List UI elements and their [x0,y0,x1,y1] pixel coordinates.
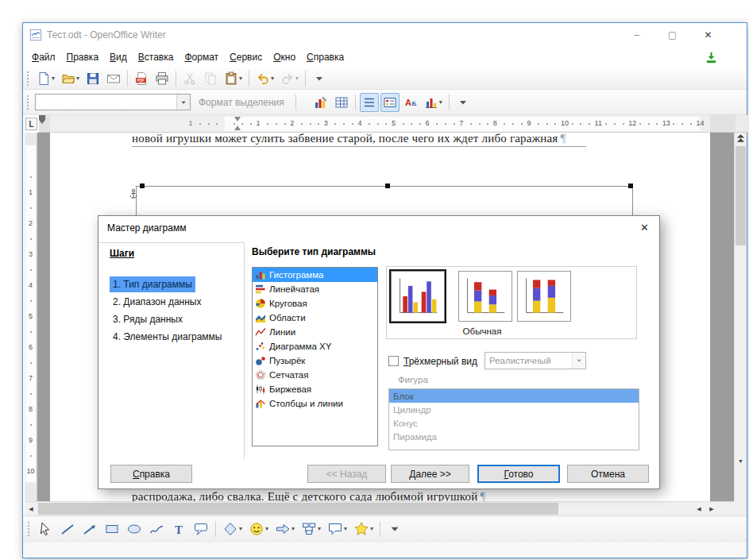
tab-type-selector[interactable]: L [25,118,37,130]
toolbar-overflow-button[interactable] [384,519,405,539]
legend-toggle-button[interactable] [380,93,400,112]
dropdown-arrow-icon[interactable]: ▾ [265,525,268,532]
copy-button[interactable] [201,69,220,88]
scroll-left-button[interactable]: ◀ [25,502,37,516]
wizard-step[interactable]: 1. Тип диаграммы [110,276,195,292]
dropdown-arrow-icon[interactable]: ▾ [318,525,321,532]
scroll-up-button[interactable]: ▲ [735,133,747,145]
scale-text-button[interactable]: АБ [401,93,420,112]
paragraph-text[interactable]: распродажа, либо свалка. Ещё с детского … [132,490,485,501]
undo-button[interactable]: ▾ [253,69,276,88]
chart-object-frame-top[interactable] [136,186,632,187]
toolbar-grip[interactable] [27,71,30,86]
chart-type-item[interactable]: Диаграмма XY [253,339,377,353]
horizontal-scrollbar[interactable]: ◀ ◀ ▶ [25,501,735,516]
paste-button[interactable]: ▾ [222,69,245,88]
finish-button[interactable]: Готово [477,465,560,483]
three-d-label[interactable]: Трёхмерный вид [403,356,477,367]
redo-button[interactable]: ▾ [278,69,301,88]
titlebar[interactable]: Тест.odt - OpenOffice Writer – ▢ ✕ [23,23,747,47]
horizontal-scroll-thumb[interactable] [38,503,558,515]
stars-button[interactable]: ▾ [351,519,376,539]
three-d-scheme-select[interactable]: Реалистичный [485,352,586,369]
selection-combo-input[interactable] [36,95,176,110]
vertical-scrollbar[interactable]: ▲ ▼ [734,133,747,501]
menu-item[interactable]: Справка [301,49,349,65]
chart-type-item[interactable]: Линии [253,325,377,339]
maximize-button[interactable]: ▢ [654,23,690,47]
left-indent-marker[interactable] [234,126,241,130]
chart-type-item[interactable]: Круговая [253,296,377,311]
scheme-dropdown-button[interactable] [572,353,585,369]
export-pdf-button[interactable]: PDF [132,69,151,88]
shape-option[interactable]: Пирамида [389,430,639,443]
paragraph-text[interactable]: новой игрушки может сулить забвение стар… [132,133,566,145]
cut-button[interactable] [180,69,199,88]
line-button[interactable] [57,519,78,539]
dropdown-arrow-icon[interactable]: ▾ [52,75,55,82]
selection-handle[interactable] [140,183,145,188]
menu-item[interactable]: Правка [61,49,105,65]
selection-combobox[interactable] [35,94,191,110]
toolbar-overflow-button[interactable] [454,93,473,112]
subtype-stacked-thumbnail[interactable] [458,271,512,322]
ellipse-button[interactable] [124,519,145,539]
next-button[interactable]: Далее >> [391,465,469,483]
rectangle-button[interactable] [102,519,122,539]
chart-type-item[interactable]: Сетчатая [253,368,377,382]
dropdown-arrow-icon[interactable]: ▾ [239,75,242,82]
vertical-scroll-thumb[interactable] [735,146,746,245]
scroll-next-button[interactable]: ▶ [705,502,718,516]
menu-item[interactable]: Формат [179,49,224,65]
select-button[interactable] [35,519,56,539]
chart-type-item[interactable]: Биржевая [253,382,377,396]
back-button[interactable]: << Назад [307,465,386,483]
dropdown-arrow-icon[interactable]: ▾ [439,98,442,106]
shape-listbox[interactable]: БлокЦилиндрКонусПирамида [388,388,639,450]
menu-item[interactable]: Файл [26,49,61,65]
wizard-step[interactable]: 3. Ряды данных [110,311,186,327]
email-button[interactable] [104,69,123,88]
toolbar-overflow-button[interactable] [310,69,329,88]
basic-shapes-button[interactable]: ▾ [220,519,245,539]
scroll-prev-button[interactable]: ◀ [693,502,705,516]
menu-item[interactable]: Вид [104,49,133,65]
minimize-button[interactable]: – [619,23,654,47]
chart-type-item[interactable]: Столбцы и линии [253,396,377,411]
horizontal-grid-toggle-button[interactable] [360,93,379,112]
menu-item[interactable]: Сервис [224,49,268,65]
symbol-shapes-button[interactable]: ▾ [246,519,271,539]
cancel-button[interactable]: Отмена [567,465,649,483]
dropdown-arrow-icon[interactable]: ▾ [271,75,274,82]
close-button[interactable]: ✕ [690,23,726,47]
menu-item[interactable]: Вставка [133,49,180,65]
text-button[interactable]: T [168,519,189,539]
shape-option[interactable]: Цилиндр [389,403,639,416]
data-table-button[interactable] [332,93,351,112]
chart-type-item[interactable]: Области [253,311,377,325]
subtype-normal-thumbnail[interactable] [389,269,446,323]
open-button[interactable]: ▾ [59,69,82,88]
chart-type-listbox[interactable]: ГистограммаЛинейчатаяКруговаяОбластиЛини… [252,267,378,446]
toolbar-grip[interactable] [27,95,30,110]
print-button[interactable] [153,69,172,88]
chart-type-item[interactable]: Пузырёк [253,353,377,368]
block-arrows-button[interactable]: ▾ [272,519,297,539]
anchor-icon[interactable] [129,188,138,199]
scroll-down-button[interactable]: ▼ [735,454,747,467]
dropdown-arrow-icon[interactable]: ▾ [291,525,295,532]
wizard-step[interactable]: 2. Диапазон данных [110,294,204,310]
dropdown-arrow-icon[interactable]: ▾ [295,75,299,82]
three-d-checkbox[interactable] [388,356,399,366]
callouts-button[interactable]: ▾ [325,519,349,539]
dropdown-arrow-icon[interactable]: ▾ [370,525,373,532]
dialog-titlebar[interactable]: Мастер диаграмм [98,216,659,240]
toolbar-grip[interactable] [28,522,31,536]
selection-handle[interactable] [385,183,390,188]
horizontal-ruler[interactable]: 12345678910111213141 [39,115,735,133]
combo-dropdown-button[interactable] [176,95,190,110]
save-button[interactable] [83,69,102,88]
selection-handle[interactable] [628,183,633,188]
subtype-percent-thumbnail[interactable] [517,271,571,322]
shape-option[interactable]: Конус [389,416,639,430]
